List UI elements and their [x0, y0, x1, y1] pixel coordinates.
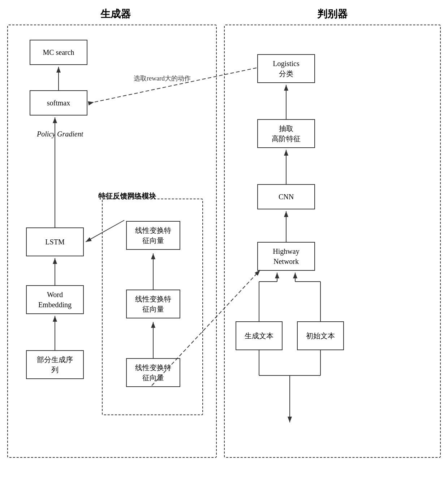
- discriminator-arrows: [225, 25, 440, 457]
- gen-text-box: 生成文本: [236, 321, 283, 350]
- feature-module: 线性变换特 征向量 线性变换特 征向量 线性变换特 征向量: [102, 199, 203, 415]
- orig-text-box: 初始文本: [297, 321, 344, 350]
- abstract-box: 抽取 高阶特征: [257, 119, 315, 148]
- partial-seq-box: 部分生成序 列: [26, 350, 84, 379]
- section-titles: 生成器 判别器: [7, 7, 441, 21]
- linear1-box: 线性变换特 征向量: [126, 221, 180, 250]
- lstm-box: LSTM: [26, 227, 84, 256]
- diagram-container: 生成器 判别器 MC search softmax Policy Gradien…: [7, 7, 441, 484]
- softmax-box: softmax: [30, 90, 87, 116]
- policy-gradient-label: Policy Gradient: [37, 130, 83, 138]
- generator-panel: MC search softmax Policy Gradient LSTM W…: [7, 25, 217, 458]
- mc-search-box: MC search: [30, 40, 87, 65]
- linear2-box: 线性变换特 征向量: [126, 290, 180, 318]
- cnn-box: CNN: [257, 184, 315, 209]
- main-area: MC search softmax Policy Gradient LSTM W…: [7, 25, 441, 458]
- word-embedding-box: Word Embedding: [26, 285, 84, 314]
- discriminator-title: 判别器: [317, 7, 348, 21]
- generator-title: 生成器: [100, 7, 131, 21]
- highway-box: Highway Network: [257, 242, 315, 271]
- discriminator-panel: Logistics 分类 抽取 高阶特征 CNN Highway Network…: [224, 25, 441, 458]
- linear3-box: 线性变换特 征向量: [126, 358, 180, 387]
- logistics-box: Logistics 分类: [257, 54, 315, 83]
